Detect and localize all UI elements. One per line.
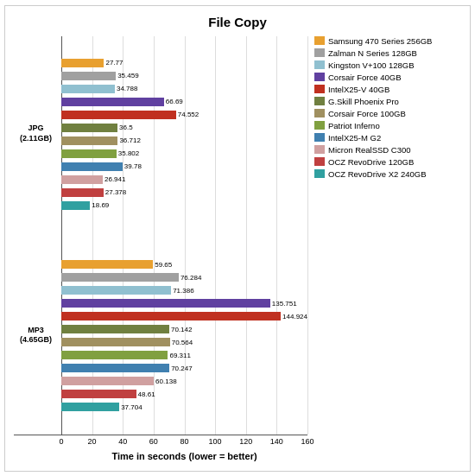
legend-label: Corsair Force 40GB [328, 73, 401, 82]
bar [61, 175, 103, 184]
bar-row: 70.564 [14, 337, 307, 348]
legend-item: Zalman N Series 128GB [314, 48, 461, 58]
x-tick-label: 0 [59, 437, 63, 446]
legend-label: Patriot Inferno [328, 121, 380, 130]
bar [61, 273, 179, 282]
bar [61, 85, 115, 93]
bar-value-label: 35.459 [117, 72, 138, 79]
legend-label: Micron RealSSD C300 [328, 145, 411, 155]
x-tick-label: 80 [180, 437, 188, 446]
bar-row: 18.69 [14, 200, 307, 211]
legend-item: Kingston V+100 128GB [314, 60, 461, 70]
bar [61, 72, 116, 80]
bar-row: 74.552 [14, 109, 307, 120]
legend-color [314, 121, 325, 130]
legend-item: Patriot Inferno [314, 121, 461, 130]
chart-container: File Copy JPG (2.11GB)27.7735.45934.7886… [4, 5, 471, 472]
bar-value-label: 70.564 [172, 339, 193, 346]
legend-color [314, 85, 325, 93]
bar [61, 111, 176, 119]
legend-item: IntelX25-V 40GB [314, 85, 461, 94]
group-label: MP3 (4.65GB) [14, 326, 58, 346]
bar-row: 59.65 [14, 259, 307, 270]
bar-value-label: 34.788 [117, 85, 137, 92]
bar-row: 27.378 [14, 187, 307, 198]
x-tick-label: 140 [270, 437, 283, 446]
bar [61, 338, 170, 346]
legend-label: Zalman N Series 128GB [328, 48, 417, 58]
bar-row: 35.459 [14, 70, 307, 81]
chart-title: File Copy [14, 15, 461, 29]
legend-label: Samsung 470 Series 256GB [328, 36, 432, 46]
bar-value-label: 135.751 [272, 300, 297, 308]
legend-color [314, 36, 325, 45]
legend-item: Micron RealSSD C300 [314, 145, 461, 155]
bar-row: 36.5 [14, 122, 307, 133]
bar-row: 39.78 [14, 161, 307, 172]
x-tick-label: 20 [88, 437, 97, 446]
bar-value-label: 59.65 [155, 261, 172, 269]
bar-row: 34.788 [14, 83, 307, 94]
bar [61, 364, 169, 372]
bar-row: 70.247 [14, 363, 307, 374]
bar-value-label: 26.941 [104, 175, 125, 183]
bar [61, 162, 123, 171]
bar-row: 76.284 [14, 272, 307, 283]
bar [61, 260, 153, 269]
legend-label: IntelX25-M G2 [328, 133, 381, 143]
legend-item: G.Skill Phoenix Pro [314, 97, 461, 106]
bar-row: 70.142 [14, 324, 307, 335]
bar-group: JPG (2.11GB)27.7735.45934.78866.6974.552… [14, 36, 307, 233]
x-tick-label: 60 [149, 437, 158, 446]
legend-label: Corsair Force 100GB [328, 109, 406, 118]
bar [61, 98, 164, 106]
legend-item: Corsair Force 100GB [314, 109, 461, 118]
bar [61, 325, 169, 333]
bar-value-label: 27.77 [105, 59, 123, 67]
x-axis-ticks: 020406080100120140160 [61, 435, 307, 447]
bar [61, 149, 117, 158]
legend-color [314, 133, 325, 142]
bar-value-label: 70.247 [171, 365, 192, 372]
bars-wrapper: JPG (2.11GB)27.7735.45934.78866.6974.552… [14, 36, 307, 435]
legend-label: G.Skill Phoenix Pro [328, 97, 399, 106]
x-axis-area: 020406080100120140160 Time in seconds (l… [14, 435, 307, 462]
chart-body: JPG (2.11GB)27.7735.45934.78866.6974.552… [14, 36, 461, 462]
bar-value-label: 35.802 [118, 149, 139, 157]
bar [61, 188, 104, 197]
legend-label: Kingston V+100 128GB [328, 60, 415, 70]
legend-label: IntelX25-V 40GB [328, 85, 390, 94]
chart-left: JPG (2.11GB)27.7735.45934.78866.6974.552… [14, 36, 307, 462]
legend-item: Samsung 470 Series 256GB [314, 36, 461, 46]
bar-value-label: 71.386 [173, 287, 193, 295]
legend-item: Corsair Force 40GB [314, 73, 461, 82]
bar-value-label: 37.704 [121, 403, 142, 411]
x-tick-label: 100 [209, 437, 222, 446]
bar-value-label: 70.142 [171, 326, 192, 333]
bar [61, 377, 154, 385]
bar-value-label: 74.552 [178, 111, 199, 118]
bar-value-label: 27.378 [105, 188, 126, 196]
bar-value-label: 36.5 [119, 124, 133, 131]
group-label: JPG (2.11GB) [14, 124, 58, 144]
x-tick-label: 40 [118, 437, 127, 446]
x-axis-label: Time in seconds (lower = better) [61, 451, 307, 461]
bar-row: 48.61 [14, 389, 307, 400]
legend-color [314, 109, 325, 117]
bar-row: 66.69 [14, 96, 307, 107]
legend-item: OCZ RevoDrive 120GB [314, 157, 461, 167]
bar-row: 69.311 [14, 350, 307, 361]
bar [61, 59, 104, 67]
legend-color [314, 97, 325, 105]
bar-value-label: 36.712 [119, 136, 140, 144]
bar-value-label: 60.138 [155, 378, 176, 385]
bar [61, 299, 270, 308]
bar-value-label: 39.78 [124, 162, 142, 170]
bar [61, 351, 168, 359]
legend-color [314, 48, 325, 57]
bar-row: 144.924 [14, 311, 307, 322]
bar-group: MP3 (4.65GB)59.6576.28471.386135.751144.… [14, 238, 307, 435]
chart-legend: Samsung 470 Series 256GBZalman N Series … [307, 36, 461, 462]
bar-row: 36.712 [14, 135, 307, 146]
legend-label: OCZ RevoDrive X2 240GB [328, 169, 427, 179]
